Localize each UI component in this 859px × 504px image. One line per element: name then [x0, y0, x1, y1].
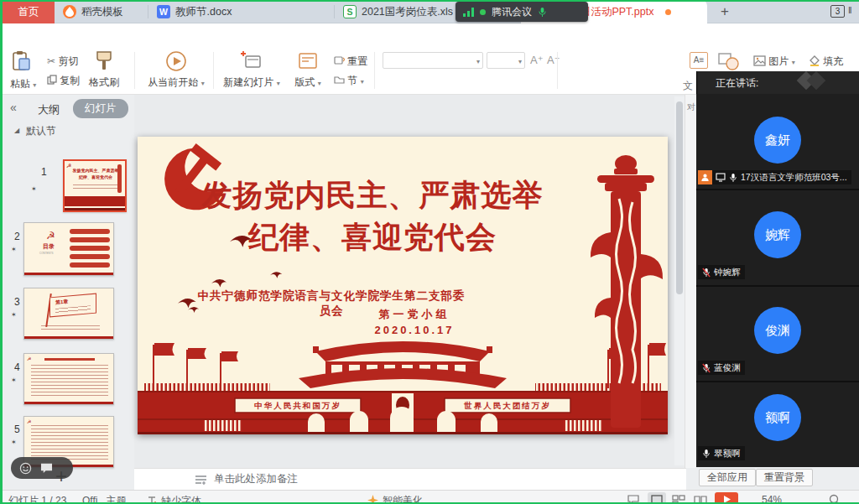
mic-icon	[729, 173, 737, 183]
apply-all-button[interactable]: 全部应用	[699, 469, 756, 486]
mic-muted-icon	[702, 363, 711, 373]
notes-bar[interactable]: 单击此处添加备注	[134, 468, 686, 490]
tencent-meeting-floatbar[interactable]: 腾讯会议	[456, 2, 588, 22]
participant-name: 钟婉辉	[714, 267, 741, 278]
brush-icon	[94, 50, 114, 72]
tab-slides[interactable]: 幻灯片	[73, 99, 128, 118]
tab-docx[interactable]: W 教师节.docx	[148, 0, 335, 23]
emoji-icon[interactable]	[19, 462, 32, 475]
participant-cell-4[interactable]: 额啊 翠额啊	[696, 382, 859, 467]
tab-outline[interactable]: 大纲	[38, 102, 60, 117]
participant-cell-3[interactable]: 俊渊 蓝俊渊	[696, 287, 859, 381]
wps-presentation-window: 首页 稻壳模板 W 教师节.docx S 2021国考岗位表.xls P 10月…	[0, 0, 859, 504]
speaking-person-icon	[698, 170, 712, 184]
picture-caret-icon: ▾	[792, 59, 795, 66]
participant-cell-1[interactable]: 鑫妍 17汉语言文学师范班03号...	[696, 94, 859, 189]
window-list-icon[interactable]: ‖	[848, 5, 852, 15]
cut-button[interactable]: ✂ 剪切	[47, 55, 78, 69]
reset-background-button[interactable]: 重置背景	[756, 469, 813, 486]
section-button[interactable]: 节 ▾	[334, 74, 364, 88]
font-size-caret-icon: ▾	[518, 58, 522, 65]
plaque-left-text: 中华人民共和国万岁	[235, 401, 361, 412]
slide-thumbnail-3[interactable]: 第1章	[23, 288, 114, 340]
avatar: 额啊	[754, 394, 801, 441]
mic-icon	[702, 449, 711, 459]
picture-icon	[753, 55, 766, 66]
picture-label: 图片	[768, 55, 789, 67]
section-icon	[334, 75, 345, 85]
taskpane-tab-char: 对	[687, 101, 695, 113]
share-border-left	[0, 0, 3, 504]
slide-canvas[interactable]: 发扬党内民主、严肃选举 纪律、喜迎党代会 中共宁德师范学院语言与文化学院学生第二…	[134, 95, 686, 468]
recording-dot-icon	[480, 9, 486, 15]
slide-thumbnail-2[interactable]: ☭ 目录 CONTENTS	[23, 222, 114, 276]
docer-icon	[63, 5, 76, 18]
copy-button[interactable]: 复制	[47, 74, 80, 88]
participant-name-bar: 钟婉辉	[698, 265, 745, 279]
word-doc-icon: W	[157, 5, 170, 18]
play-from-current-button[interactable]: 从当前开始 ▾	[144, 50, 208, 90]
paste-button[interactable]: 粘贴 ▾	[10, 50, 36, 91]
canvas-scrollbar[interactable]	[674, 96, 685, 465]
collapse-sidebar-button[interactable]: «	[10, 101, 17, 114]
avatar: 俊渊	[754, 307, 801, 354]
format-painter-button[interactable]: 格式刷	[89, 50, 119, 90]
thumb-2-emblem-icon: ☭	[46, 230, 55, 242]
cut-label: 剪切	[58, 55, 78, 67]
new-slide-caret-icon: ▾	[277, 80, 280, 87]
play-from-current-label: 从当前开始	[148, 76, 198, 88]
thumb-5-number: 5	[14, 423, 20, 435]
slide-title-line2[interactable]: 纪律、喜迎党代会	[171, 217, 574, 258]
fill-label: 填充	[823, 55, 843, 67]
unsaved-dot-icon	[665, 9, 671, 15]
tab-docer-label: 稻壳模板	[81, 5, 123, 19]
speaking-label: 正在讲话:	[716, 76, 758, 91]
sheet-doc-icon: S	[343, 5, 357, 18]
new-tab-button[interactable]: +	[715, 2, 735, 22]
decrease-font-button[interactable]: A⁻	[547, 54, 560, 66]
slide-editor[interactable]: 发扬党内民主、严肃选举 纪律、喜迎党代会 中共宁德师范学院语言与文化学院学生第二…	[138, 137, 668, 434]
fill-icon	[809, 55, 820, 66]
reactions-widget[interactable]	[11, 457, 73, 479]
share-border-top	[0, 0, 859, 2]
tab-docer[interactable]: 稻壳模板	[55, 0, 148, 23]
tab-home[interactable]: 首页	[3, 0, 55, 23]
font-name-combo[interactable]: ▾	[383, 52, 483, 69]
new-slide-button[interactable]: 新建幻灯片 ▾	[221, 50, 282, 90]
picture-button[interactable]: 图片 ▾	[753, 55, 795, 69]
plaque-right-text: 世界人民大团结万岁	[445, 401, 570, 412]
slide-title-line1[interactable]: 发扬党内民主、严肃选举	[171, 175, 574, 216]
new-slide-label: 新建幻灯片	[223, 76, 273, 88]
text-tool-partial-label: 文	[683, 79, 693, 93]
notes-placeholder: 单击此处添加备注	[214, 472, 298, 486]
tab-bar: 首页 稻壳模板 W 教师节.docx S 2021国考岗位表.xls P 10月…	[0, 0, 859, 23]
section-label: 默认节	[26, 124, 56, 138]
font-size-combo[interactable]: ▾	[487, 52, 525, 69]
textbox-button[interactable]: A≡	[690, 52, 708, 69]
scrollbar-thumb[interactable]	[676, 101, 683, 294]
paste-caret-icon: ▾	[33, 81, 36, 89]
shapes-button[interactable]	[718, 52, 740, 70]
section-collapse-icon[interactable]: ◢	[14, 127, 19, 134]
participant-cell-2[interactable]: 婉辉 钟婉辉	[696, 190, 859, 285]
layout-button[interactable]: 版式 ▾	[289, 50, 327, 90]
new-slide-icon	[241, 50, 263, 72]
section-label: 节	[347, 75, 357, 86]
paste-label: 粘贴	[10, 78, 30, 90]
section-caret-icon: ▾	[361, 78, 364, 86]
increase-font-button[interactable]: A⁺	[530, 54, 544, 66]
avatar: 婉辉	[754, 211, 801, 258]
slide-thumbnail-1[interactable]: ☭ 发扬党内民主、严肃选举 纪律、喜迎党代会	[63, 159, 127, 212]
slide-thumbnail-4[interactable]: ☭	[23, 353, 114, 405]
window-count-badge[interactable]: 3	[830, 5, 845, 18]
mic-green-icon	[538, 7, 547, 18]
reset-button[interactable]: 重置	[334, 55, 367, 69]
play-caret-icon: ▾	[201, 80, 205, 87]
chat-bubble-icon[interactable]	[40, 462, 53, 474]
thumb-2-subtitle: CONTENTS	[39, 252, 54, 255]
slide-group-line[interactable]: 第一党小组	[347, 307, 482, 322]
clipboard-icon	[10, 50, 32, 72]
thumb-3-star-icon: ✶	[11, 311, 17, 319]
fill-button[interactable]: 填充	[809, 55, 843, 69]
slide-date-line[interactable]: 2020.10.17	[347, 324, 482, 336]
